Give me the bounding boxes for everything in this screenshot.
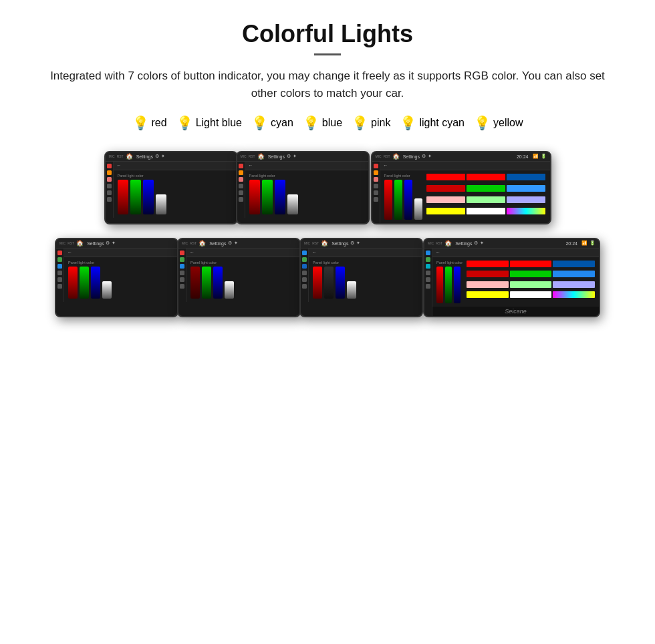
slider-red-1[interactable]	[118, 180, 128, 214]
slider-wb1[interactable]	[102, 281, 112, 299]
slider-wb2[interactable]	[225, 281, 234, 299]
swb4-3-2[interactable]	[510, 281, 552, 288]
sbb1-g[interactable]	[57, 271, 62, 275]
swatch-2-1[interactable]	[426, 185, 465, 192]
sbb4-y[interactable]	[426, 284, 430, 289]
slider-bb4[interactable]	[454, 267, 461, 303]
slider-white-1[interactable]	[156, 194, 166, 214]
back-b3[interactable]: ←	[312, 250, 317, 255]
slider-rb1[interactable]	[68, 267, 78, 299]
sb2-btn-b[interactable]	[239, 197, 243, 202]
sbb1-o[interactable]	[57, 257, 62, 262]
sbb2-red[interactable]	[180, 251, 184, 255]
slider-white-2[interactable]	[287, 194, 298, 214]
sb-btn-c[interactable]	[107, 190, 112, 195]
sb2-btn-o[interactable]	[239, 170, 243, 175]
sb2-btn-c[interactable]	[239, 190, 243, 195]
swatch-3-3[interactable]	[507, 196, 545, 203]
sb3-btn-red[interactable]	[374, 164, 378, 168]
sbb4-g[interactable]	[426, 271, 430, 275]
sbb2-c[interactable]	[180, 264, 184, 269]
back-icon-2[interactable]: ←	[249, 163, 253, 168]
swb4-1-3[interactable]	[553, 261, 595, 267]
swatch-3-1[interactable]	[426, 196, 465, 203]
slider-gb2[interactable]	[202, 267, 211, 299]
sb3-btn-g[interactable]	[374, 184, 378, 188]
sbb2-b[interactable]	[180, 277, 184, 282]
swb4-1-1[interactable]	[467, 261, 509, 267]
slider-bb1[interactable]	[91, 267, 100, 299]
swatch-4-1[interactable]	[426, 208, 465, 214]
swb4-3-3[interactable]	[553, 281, 595, 288]
sb2-btn-g[interactable]	[239, 184, 243, 188]
sb3-btn-b[interactable]	[374, 197, 378, 202]
swb4-3-1[interactable]	[467, 281, 509, 288]
slider-red-2[interactable]	[249, 180, 260, 214]
sbb3-g[interactable]	[302, 271, 307, 275]
sbb1-b[interactable]	[57, 277, 62, 282]
back-icon-1[interactable]: ←	[117, 163, 122, 168]
slider-rb2[interactable]	[190, 267, 200, 299]
swb4-2-1[interactable]	[467, 271, 509, 277]
sbb3-b[interactable]	[302, 277, 307, 282]
slider-red-3[interactable]	[384, 180, 392, 220]
sbb4-o[interactable]	[426, 257, 430, 262]
slider-blue-3[interactable]	[404, 180, 412, 220]
slider-green-3[interactable]	[394, 180, 402, 220]
sbb1-c[interactable]	[57, 264, 62, 269]
swb4-4-1[interactable]	[467, 291, 509, 298]
swb4-2-2[interactable]	[510, 271, 552, 277]
back-icon-3[interactable]: ←	[384, 163, 388, 168]
slider-rb3[interactable]	[313, 267, 322, 299]
sb-btn-b[interactable]	[107, 197, 112, 202]
slider-green-1[interactable]	[130, 180, 141, 214]
swatch-2-2[interactable]	[467, 185, 505, 192]
swatch-1-2[interactable]	[467, 174, 505, 180]
swatch-1-3[interactable]	[507, 174, 545, 180]
slider-gb4[interactable]	[445, 267, 452, 303]
slider-green-2[interactable]	[262, 180, 273, 214]
swatch-2-3[interactable]	[507, 185, 545, 192]
sbb2-g[interactable]	[180, 271, 184, 275]
sb2-btn-e[interactable]	[239, 177, 243, 182]
slider-bb2[interactable]	[213, 267, 223, 299]
slider-bb3[interactable]	[336, 267, 345, 299]
slider-gb3[interactable]	[324, 267, 334, 299]
sbb2-y[interactable]	[180, 284, 184, 289]
sb-btn-o1[interactable]	[107, 170, 112, 175]
sbb4-red[interactable]	[426, 251, 430, 255]
swatch-3-2[interactable]	[467, 196, 505, 203]
sb2-btn-red[interactable]	[239, 164, 243, 168]
sb3-btn-o[interactable]	[374, 170, 378, 175]
sbb1-red[interactable]	[57, 251, 62, 255]
sbb3-y[interactable]	[302, 284, 307, 289]
swatch-4-3[interactable]	[507, 208, 545, 214]
swatch-4-2[interactable]	[467, 208, 505, 214]
back-b1[interactable]: ←	[68, 250, 72, 255]
swatch-1-1[interactable]	[426, 174, 465, 180]
sbb4-b[interactable]	[426, 277, 430, 282]
sb-btn-o2[interactable]	[107, 177, 112, 182]
slider-white-3[interactable]	[414, 198, 422, 220]
slider-rb4[interactable]	[436, 267, 443, 303]
back-b4[interactable]: ←	[436, 250, 440, 255]
slider-gb1[interactable]	[80, 267, 89, 299]
slider-blue-1[interactable]	[143, 180, 154, 214]
swb4-1-2[interactable]	[510, 261, 552, 267]
sbb3-o[interactable]	[302, 257, 307, 262]
sbb1-y[interactable]	[57, 284, 62, 289]
slider-blue-2[interactable]	[275, 180, 285, 214]
sbb3-red[interactable]	[302, 251, 307, 255]
slider-wb3[interactable]	[347, 281, 356, 299]
sb-btn-red[interactable]	[107, 164, 112, 168]
swb4-2-3[interactable]	[553, 271, 595, 277]
sb-btn-g[interactable]	[107, 184, 112, 188]
sb3-btn-c[interactable]	[374, 190, 378, 195]
sbb3-c[interactable]	[302, 264, 307, 269]
swb4-4-2[interactable]	[510, 291, 552, 298]
sbb2-o[interactable]	[180, 257, 184, 262]
back-b2[interactable]: ←	[190, 250, 194, 255]
sb3-btn-e[interactable]	[374, 177, 378, 182]
swb4-4-3[interactable]	[553, 291, 595, 298]
sbb4-c[interactable]	[426, 264, 430, 269]
